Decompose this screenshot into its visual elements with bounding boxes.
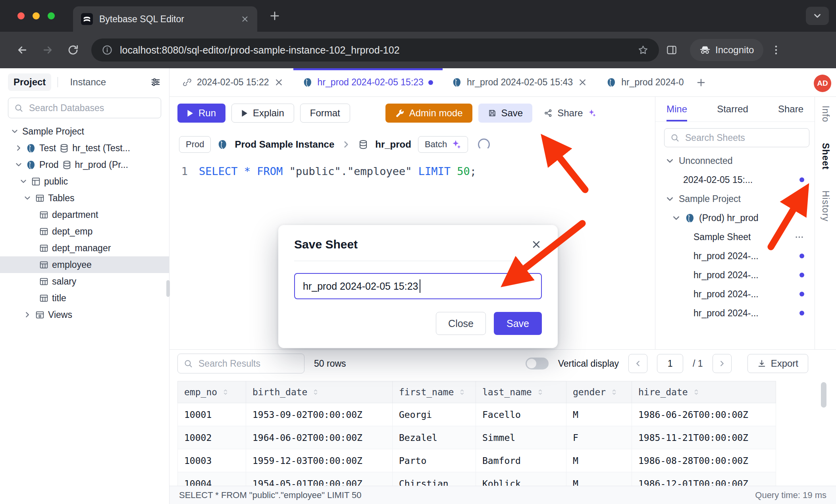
tab-search-button[interactable]	[806, 7, 829, 25]
sort-icon[interactable]	[610, 388, 618, 396]
column-header-last_name[interactable]: last_name	[476, 381, 566, 403]
close-tab-icon[interactable]	[578, 77, 588, 87]
chevron-right-icon[interactable]	[23, 310, 32, 319]
tree-item-dept_manager[interactable]: dept_manager	[0, 240, 169, 256]
sidebar-resize-handle[interactable]	[166, 280, 170, 297]
reload-button[interactable]	[67, 44, 79, 56]
close-tab-icon[interactable]	[274, 77, 284, 87]
chevron-down-icon[interactable]	[10, 127, 19, 136]
sort-icon[interactable]	[536, 388, 545, 396]
avatar[interactable]: AD	[814, 75, 831, 92]
table-row[interactable]: 100011953-09-02T00:00:00ZGeorgiFacelloM1…	[178, 403, 776, 426]
more-icon[interactable]	[794, 232, 804, 242]
chevron-down-icon[interactable]	[665, 156, 675, 166]
column-header-emp_no[interactable]: emp_no	[178, 381, 246, 403]
editor-tab[interactable]: hr_prod 2024-0	[597, 68, 693, 96]
tree-item-public[interactable]: public	[0, 173, 169, 190]
environment-chip[interactable]: Prod	[179, 136, 211, 153]
sheet-search-input[interactable]	[684, 132, 803, 144]
run-button[interactable]: Run	[177, 104, 225, 123]
close-window-button[interactable]	[17, 12, 25, 19]
editor-tab[interactable]: hr_prod 2024-02-05 15:23	[293, 68, 443, 96]
chevron-right-icon[interactable]	[14, 144, 23, 152]
export-button[interactable]: Export	[747, 354, 808, 373]
instance-name[interactable]: Prod Sample Instance	[235, 139, 334, 150]
close-dialog-icon[interactable]	[531, 239, 542, 250]
sort-icon[interactable]	[692, 388, 701, 396]
sheet-item-2024-02-05 15:...[interactable]: 2024-02-05 15:...	[655, 170, 815, 189]
sheet-item-Sample Project[interactable]: Sample Project	[655, 189, 815, 208]
format-button[interactable]: Format	[300, 104, 350, 123]
chevron-down-icon[interactable]	[23, 194, 32, 202]
filter-icon[interactable]	[150, 77, 161, 88]
database-name[interactable]: hr_prod	[375, 139, 411, 150]
address-bar[interactable]: localhost:8080/sql-editor/prod-sample-in…	[91, 38, 659, 62]
page-number-input[interactable]	[657, 354, 683, 373]
sheet-item-Unconnected[interactable]: Unconnected	[655, 151, 815, 170]
prev-page-button[interactable]	[628, 354, 647, 373]
tree-item-title[interactable]: title	[0, 290, 169, 306]
batch-button[interactable]: Batch	[418, 136, 468, 153]
tree-item-Tables[interactable]: Tables	[0, 190, 169, 206]
minimize-window-button[interactable]	[33, 12, 40, 19]
sheet-tab-Mine[interactable]: Mine	[666, 97, 687, 121]
side-tab-Info[interactable]: Info	[820, 106, 831, 122]
table-row[interactable]: 100021964-06-02T00:00:00ZBezalelSimmelF1…	[178, 426, 776, 449]
explain-button[interactable]: Explain	[231, 104, 294, 123]
chevron-down-icon[interactable]	[671, 213, 681, 223]
sort-icon[interactable]	[458, 388, 466, 396]
table-row[interactable]: 100041954-05-01T00:00:00ZChirstianKoblic…	[178, 472, 776, 487]
sheet-item-hr_prod 2024-...[interactable]: hr_prod 2024-...	[655, 304, 815, 323]
tree-item-dept_emp[interactable]: dept_emp	[0, 223, 169, 240]
save-button[interactable]: Save	[478, 104, 533, 123]
results-search-input[interactable]	[198, 358, 299, 369]
side-tab-Sheet[interactable]: Sheet	[820, 143, 831, 170]
next-page-button[interactable]	[713, 354, 732, 373]
tree-item-Test[interactable]: Testhr_test (Test...	[0, 140, 169, 156]
bookmark-star-icon[interactable]	[638, 44, 649, 56]
side-tab-History[interactable]: History	[820, 190, 831, 222]
refresh-icon[interactable]	[478, 139, 490, 150]
vertical-display-toggle[interactable]	[526, 358, 549, 369]
database-search-input[interactable]	[28, 102, 155, 114]
sheet-item-hr_prod 2024-...[interactable]: hr_prod 2024-...	[655, 265, 815, 285]
maximize-window-button[interactable]	[48, 12, 55, 19]
results-search[interactable]	[177, 354, 304, 373]
database-search[interactable]	[8, 98, 161, 118]
forward-button[interactable]	[42, 44, 54, 56]
tab-instance[interactable]: Instance	[64, 73, 112, 91]
column-header-first_name[interactable]: first_name	[393, 381, 476, 403]
admin-mode-button[interactable]: Admin mode	[385, 104, 472, 123]
tree-item-department[interactable]: department	[0, 206, 169, 223]
sheet-item-hr_prod 2024-...[interactable]: hr_prod 2024-...	[655, 285, 815, 304]
tree-item-Prod[interactable]: Prodhr_prod (Pr...	[0, 156, 169, 173]
sheet-item-(Prod) hr_prod[interactable]: (Prod) hr_prod	[655, 208, 815, 227]
column-header-birth_date[interactable]: birth_date	[246, 381, 393, 403]
sort-icon[interactable]	[221, 388, 230, 396]
back-button[interactable]	[16, 44, 28, 56]
new-sheet-button[interactable]	[695, 77, 707, 88]
editor-tab[interactable]: 2024-02-05 15:22	[173, 68, 293, 96]
sort-icon[interactable]	[311, 388, 320, 396]
tree-item-Views[interactable]: Views	[0, 306, 169, 323]
share-button[interactable]: Share	[538, 104, 602, 123]
chevron-down-icon[interactable]	[14, 160, 23, 169]
dialog-save-button[interactable]: Save	[494, 312, 542, 335]
sheet-item-Sample Sheet[interactable]: Sample Sheet	[655, 227, 815, 246]
table-row[interactable]: 100031959-12-03T00:00:00ZPartoBamfordM19…	[178, 449, 776, 472]
column-header-hire_date[interactable]: hire_date	[632, 381, 776, 403]
tree-item-employee[interactable]: employee	[0, 256, 169, 273]
tree-item-Sample Project[interactable]: Sample Project	[0, 123, 169, 140]
dialog-close-button[interactable]: Close	[436, 312, 486, 335]
sheet-tab-Share[interactable]: Share	[778, 97, 803, 121]
tree-item-salary[interactable]: salary	[0, 273, 169, 290]
sheet-item-hr_prod 2024-...[interactable]: hr_prod 2024-...	[655, 246, 815, 265]
close-tab-icon[interactable]	[241, 15, 249, 23]
tab-project[interactable]: Project	[8, 73, 51, 91]
chevron-down-icon[interactable]	[665, 194, 675, 204]
site-info-icon[interactable]	[102, 44, 113, 56]
browser-tab[interactable]: Bytebase SQL Editor	[73, 6, 257, 32]
sheet-search[interactable]	[664, 128, 809, 147]
column-header-gender[interactable]: gender	[566, 381, 632, 403]
browser-menu-icon[interactable]	[770, 44, 782, 56]
